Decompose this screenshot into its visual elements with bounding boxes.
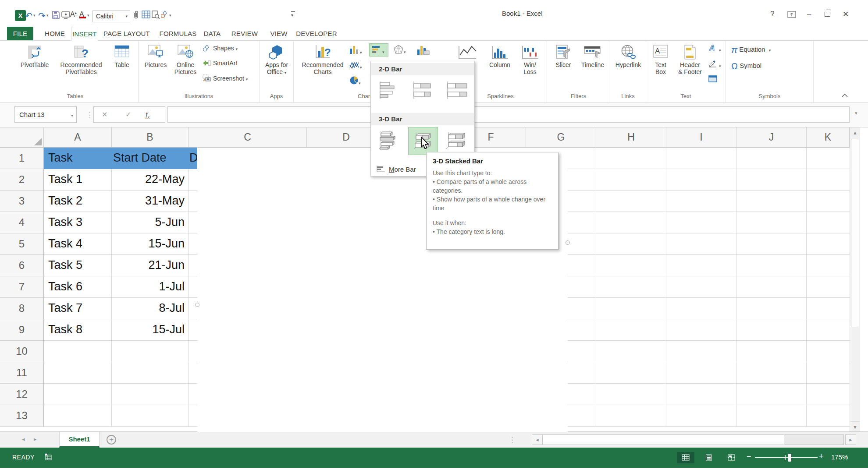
zoom-in-icon[interactable]: + [819,452,824,461]
scroll-left-icon[interactable]: ◂ [532,435,543,445]
row-header-12[interactable]: 12 [0,384,44,405]
formula-bar-input[interactable] [167,106,850,123]
page-break-preview-button[interactable] [722,452,740,463]
row-header-2[interactable]: 2 [0,169,44,191]
line-sparkline-button[interactable] [456,43,479,61]
column-header-J[interactable]: J [736,127,807,148]
row-header-13[interactable]: 13 [0,405,44,427]
cell-sliver[interactable] [189,298,197,319]
row-header-4[interactable]: 4 [0,212,44,233]
bar-100-stacked-3d-option[interactable] [442,127,472,155]
print-preview-icon[interactable] [151,11,160,21]
tab-home[interactable]: HOME [40,27,69,40]
tab-data[interactable]: DATA [201,27,224,40]
touch-mouse-mode-icon[interactable] [61,11,71,21]
name-box[interactable]: Chart 13▾ [14,106,77,123]
zoom-slider-track[interactable] [755,457,818,458]
cell-B12[interactable] [112,384,189,405]
row-header-6[interactable]: 6 [0,255,44,276]
row-header-11[interactable]: 11 [0,362,44,384]
normal-view-button[interactable] [677,452,694,463]
screenshot-button[interactable]: Screenshot ▾ [203,74,248,83]
vertical-scrollbar[interactable]: ▲ ▼ [850,127,860,432]
text-box-button[interactable]: A Text Box [648,43,673,75]
tab-view[interactable]: VIEW [267,27,291,40]
cell-A8[interactable]: Task 7 [44,298,112,319]
formula-bar-splitter[interactable]: ⋮ [86,110,93,120]
cell-B6[interactable]: 21-Jun [112,255,189,276]
qat-customize-icon[interactable]: ▾ [291,11,295,18]
cell-B13[interactable] [112,405,189,427]
signature-line-button[interactable]: ▾ [708,60,721,69]
tab-page-layout[interactable]: PAGE LAYOUT [102,27,151,40]
cell-A7[interactable]: Task 6 [44,276,112,298]
column-header-H[interactable]: H [596,127,666,148]
pivotchart-button[interactable] [415,43,438,56]
table-button[interactable]: Table [108,43,136,68]
smartart-button[interactable]: SmartArt [203,60,237,68]
cell-C1-partial[interactable]: D [189,148,197,168]
cell-B9[interactable]: 15-Jul [112,319,189,341]
recommended-charts-button[interactable]: ? Recommended Charts [299,43,346,75]
row-header-9[interactable]: 9 [0,319,44,341]
chart-resize-handle[interactable] [566,240,570,245]
cell-B8[interactable]: 8-Jul [112,298,189,319]
empty-cells-region[interactable] [568,148,850,427]
cell-sliver[interactable] [189,276,197,298]
row-header-7[interactable]: 7 [0,276,44,298]
new-sheet-icon[interactable]: + [107,435,116,445]
wordart-button[interactable]: A ▾ [708,44,721,53]
cell-A4[interactable]: Task 3 [44,212,112,233]
chart-resize-handle[interactable] [195,303,199,307]
horizontal-scroll-thumb[interactable] [543,435,784,445]
column-header-K[interactable]: K [807,127,850,148]
name-box-dropdown-icon[interactable]: ▾ [71,108,73,123]
cell-A11[interactable] [44,362,112,384]
online-pictures-button[interactable]: Online Pictures [170,43,201,75]
row-header-8[interactable]: 8 [0,298,44,319]
cell-sliver[interactable] [189,255,197,276]
ribbon-display-options-icon[interactable] [787,11,796,20]
paperclip-icon[interactable] [132,11,140,21]
scroll-down-icon[interactable]: ▼ [850,421,860,432]
column-header-A[interactable]: A [44,127,112,148]
tab-review[interactable]: REVIEW [227,27,262,40]
prev-sheet-icon[interactable]: ◂ [22,436,25,442]
cell-sliver[interactable] [189,169,197,191]
equation-button[interactable]: π Equation ▾ [731,45,771,55]
cell-B3[interactable]: 31-May [112,191,189,212]
cell-sliver[interactable] [189,341,197,362]
close-icon[interactable]: ✕ [843,10,849,19]
cell-A13[interactable] [44,405,112,427]
cell-A9[interactable]: Task 8 [44,319,112,341]
pictures-button[interactable]: Pictures [141,43,170,68]
cell-sliver[interactable] [189,384,197,405]
cell-A6[interactable]: Task 5 [44,255,112,276]
zoom-out-icon[interactable]: − [747,452,751,461]
column-header-I[interactable]: I [666,127,736,148]
tab-developer[interactable]: DEVELOPER [295,27,338,40]
cell-A12[interactable] [44,384,112,405]
slicer-button[interactable]: Slicer [550,43,577,68]
row-header-5[interactable]: 5 [0,233,44,255]
cell-A10[interactable] [44,341,112,362]
page-layout-view-button[interactable] [700,452,717,463]
column-header-B[interactable]: B [112,127,189,148]
insert-column-chart-button[interactable]: ▾ [347,43,366,56]
cell-sliver[interactable] [189,405,197,427]
cell-B4[interactable]: 5-Jun [112,212,189,233]
expand-formula-bar-icon[interactable]: ▾ [855,110,857,116]
macro-record-icon[interactable] [44,453,53,463]
hyperlink-button[interactable]: Hyperlink [612,43,644,68]
scroll-right-icon[interactable]: ▸ [845,434,856,445]
cell-B5[interactable]: 15-Jun [112,233,189,255]
column-header-G[interactable]: G [526,127,596,148]
minimize-icon[interactable]: – [807,10,811,18]
timeline-button[interactable]: Timeline [577,43,608,68]
cell-A1[interactable]: Task [48,148,73,168]
font-color-dropdown-icon[interactable]: ▾ [87,13,89,18]
shapes-qat-icon[interactable] [160,11,169,21]
tab-file[interactable]: FILE [7,27,33,40]
bar-clustered-2d-option[interactable] [374,77,404,105]
redo-dropdown-icon[interactable]: ▾ [46,13,49,18]
